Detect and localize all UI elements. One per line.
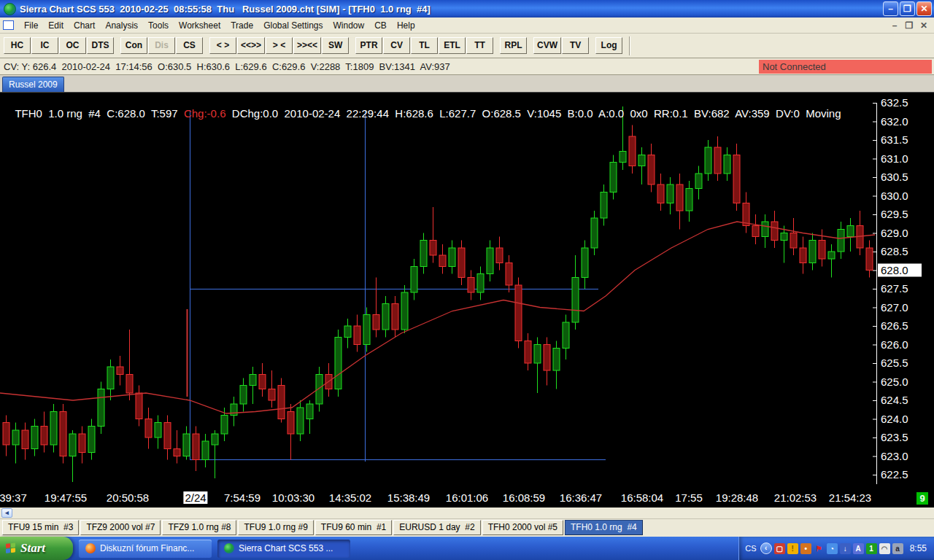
- task-label: Diskuzní fórum Financ...: [100, 543, 194, 553]
- display-icon[interactable]: ▢: [774, 543, 785, 554]
- toolbar-button-ic[interactable]: IC: [31, 37, 58, 54]
- chart-tab-tfu9-15-min-3[interactable]: TFU9 15 min #3: [2, 520, 79, 535]
- chartbook-tab[interactable]: Russel 2009: [2, 77, 64, 92]
- minimize-button[interactable]: –: [883, 1, 898, 16]
- taskbar: Start Diskuzní fórum Financ...Sierra Cha…: [0, 537, 934, 560]
- toolbar-button-log[interactable]: Log: [595, 37, 622, 54]
- flag-icon[interactable]: ⚑: [814, 543, 825, 554]
- menu-item-edit[interactable]: Edit: [43, 18, 69, 33]
- price-axis-label: 630.5: [881, 171, 908, 183]
- price-axis-label: 623.5: [881, 431, 908, 443]
- menu-item-trade[interactable]: Trade: [225, 18, 258, 33]
- toolbar-button-tv[interactable]: TV: [562, 37, 589, 54]
- menu-item-worksheet[interactable]: Worksheet: [174, 18, 225, 33]
- mdi-restore-button[interactable]: ❐: [903, 20, 915, 31]
- chart-tabs-row: TFU9 15 min #3TFZ9 2000 vol #7TFZ9 1.0 r…: [0, 519, 934, 537]
- toolbar-button-dis[interactable]: Dis: [148, 37, 175, 54]
- hide-tray-icons-button[interactable]: ‹: [760, 542, 772, 554]
- menu-item-window[interactable]: Window: [328, 18, 370, 33]
- toolbar-button-tl[interactable]: TL: [411, 37, 438, 54]
- update-icon[interactable]: •: [800, 543, 811, 554]
- toolbar-button-[interactable]: < >: [209, 37, 236, 54]
- mouse-icon[interactable]: ◠: [879, 543, 890, 554]
- mdi-close-button[interactable]: ✕: [918, 20, 930, 31]
- time-axis-label: 10:03:30: [272, 491, 314, 504]
- price-axis-label: 626.5: [881, 319, 908, 332]
- chart-tab-tfz9-1-0-rng-8[interactable]: TFZ9 1.0 rng #8: [162, 520, 236, 535]
- toolbar-button-cv[interactable]: CV: [383, 37, 410, 54]
- windows-flag-icon: [6, 542, 16, 553]
- app-globe-icon: [4, 3, 16, 15]
- toolbar-button-ptr[interactable]: PTR: [355, 37, 382, 54]
- toolbar-button-[interactable]: >><<: [293, 37, 321, 54]
- messenger-icon[interactable]: ◔: [827, 543, 838, 554]
- taskbar-task-diskuzn-f-rum-financ[interactable]: Diskuzní fórum Financ...: [79, 540, 212, 558]
- toolbar-button-tt[interactable]: TT: [466, 37, 493, 54]
- last-price-marker: 628.0: [881, 264, 908, 276]
- menu-item-chart[interactable]: Chart: [69, 18, 100, 33]
- toolbar-button-oc[interactable]: OC: [59, 37, 86, 54]
- candlestick-chart[interactable]: 632.5632.0631.5631.0630.5630.0629.5629.0…: [0, 93, 934, 508]
- sierra-globe-icon: [224, 543, 234, 553]
- chart-region[interactable]: TFH0 1.0 rng #4 C:628.0 T:597 Chg:-0.6 D…: [0, 93, 934, 508]
- chart-tab-tfh0-1-0-rng-4[interactable]: TFH0 1.0 rng #4: [565, 520, 643, 535]
- time-axis-label: 16:58:04: [621, 491, 663, 504]
- time-axis-label: 16:36:47: [560, 491, 602, 504]
- price-axis-label: 632.5: [881, 96, 908, 109]
- toolbar-button-[interactable]: > <: [266, 37, 293, 54]
- chart-tab-tfh0-2000-vol-5[interactable]: TFH0 2000 vol #5: [482, 520, 563, 535]
- counter-icon[interactable]: 1: [866, 543, 877, 554]
- scroll-left-button[interactable]: ◂: [1, 508, 12, 518]
- antivirus-icon[interactable]: a: [892, 543, 903, 554]
- shield-icon[interactable]: !: [787, 543, 798, 554]
- toolbar-separator: [629, 36, 630, 55]
- chart-header-right: DChg:0.0 2010-02-24 22:29:44 H:628.6 L:6…: [225, 107, 841, 120]
- price-axis-label: 627.5: [881, 282, 908, 295]
- price-axis-label: 631.5: [881, 133, 908, 146]
- menu-item-global-settings[interactable]: Global Settings: [258, 18, 328, 33]
- chart-tab-tfu9-1-0-rng-9[interactable]: TFU9 1.0 rng #9: [238, 520, 313, 535]
- toolbar-button-[interactable]: <<>>: [237, 37, 265, 54]
- keyboard-icon[interactable]: A: [853, 543, 864, 554]
- time-axis-label: 20:50:58: [107, 491, 149, 504]
- time-axis-label: 15:38:49: [387, 491, 430, 504]
- toolbar-button-dts[interactable]: DTS: [87, 37, 114, 54]
- toolbar-button-hc[interactable]: HC: [4, 37, 31, 54]
- toolbar-button-etl[interactable]: ETL: [439, 37, 466, 54]
- price-axis-label: 625.5: [881, 357, 908, 369]
- toolbar-button-sw[interactable]: SW: [322, 37, 349, 54]
- restore-button[interactable]: ❐: [900, 1, 915, 16]
- toolbar-button-cs[interactable]: CS: [176, 37, 203, 54]
- start-button[interactable]: Start: [0, 537, 73, 560]
- menu-item-cb[interactable]: CB: [369, 18, 392, 33]
- time-axis-label: 14:35:02: [329, 491, 371, 504]
- menu-item-analysis[interactable]: Analysis: [100, 18, 143, 33]
- price-axis-label: 628.5: [881, 245, 908, 257]
- menu-items: FileEditChartAnalysisToolsWorksheetTrade…: [19, 18, 420, 33]
- time-axis-session-label: 2/24: [183, 491, 207, 504]
- time-axis-label: 21:02:53: [774, 491, 817, 504]
- download-icon[interactable]: ↓: [840, 543, 851, 554]
- system-tray: CS ‹ ▢!•⚑◔↓A1◠a 8:55: [738, 537, 934, 560]
- toolbar-button-con[interactable]: Con: [120, 37, 147, 54]
- close-button[interactable]: ✕: [916, 1, 932, 16]
- chart-tab-tfu9-60-min-1[interactable]: TFU9 60 min #1: [315, 520, 392, 535]
- toolbar-button-rpl[interactable]: RPL: [500, 37, 527, 54]
- chart-window-icon[interactable]: [3, 20, 14, 30]
- mdi-window-controls: – ❐ ✕: [889, 20, 933, 31]
- menu-item-help[interactable]: Help: [392, 18, 420, 33]
- toolbar-button-cvw[interactable]: CVW: [533, 37, 561, 54]
- connection-status-badge: Not Connected: [759, 60, 932, 74]
- menu-item-file[interactable]: File: [19, 18, 43, 33]
- time-axis-label: 19:28:48: [716, 491, 758, 504]
- chart-tab-eurusd-1-day-2[interactable]: EURUSD 1 day #2: [393, 520, 480, 535]
- chart-scrollbar[interactable]: ◂: [0, 508, 934, 519]
- language-indicator[interactable]: CS: [745, 544, 756, 553]
- start-label: Start: [20, 541, 45, 556]
- chart-tab-tfz9-2000-vol-7[interactable]: TFZ9 2000 vol #7: [80, 520, 161, 535]
- mdi-minimize-button[interactable]: –: [889, 20, 900, 31]
- price-axis-label: 632.0: [881, 115, 908, 128]
- taskbar-task-sierra-chart-scs-553[interactable]: Sierra Chart SCS 553 ...: [217, 540, 350, 558]
- chartbook-tab-row: Russel 2009: [0, 75, 934, 93]
- menu-item-tools[interactable]: Tools: [143, 18, 174, 33]
